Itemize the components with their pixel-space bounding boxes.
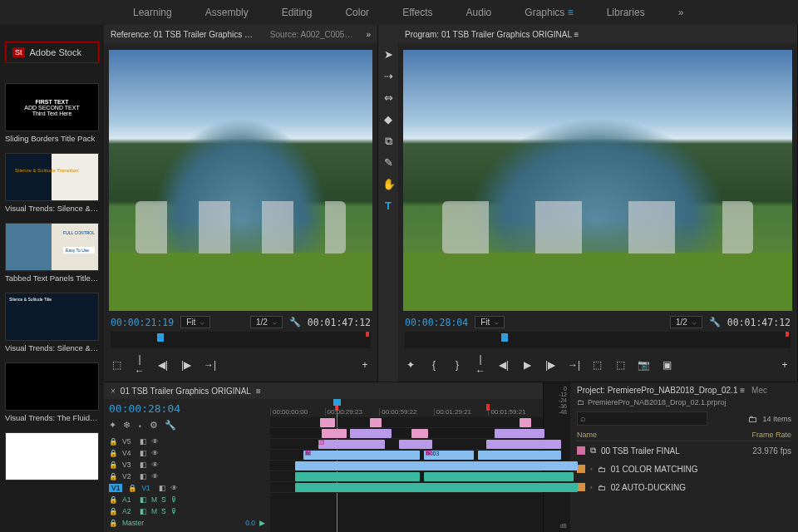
prog-timecode-out: 00:01:47:12 bbox=[727, 317, 791, 328]
prog-fit-dropdown[interactable]: Fit⌵ bbox=[475, 316, 505, 328]
settings-icon[interactable]: ⚙ bbox=[150, 420, 158, 431]
folder-icon: 🗀 bbox=[598, 465, 606, 474]
tab-editing[interactable]: Editing bbox=[282, 7, 313, 18]
mark-out-icon[interactable]: →| bbox=[204, 359, 215, 371]
pen-tool-icon[interactable]: ✎ bbox=[382, 156, 394, 168]
mark-out-button[interactable]: } bbox=[451, 359, 463, 371]
step-fwd-icon[interactable]: |▶ bbox=[180, 359, 192, 371]
slip-tool-icon[interactable]: ⧉ bbox=[382, 135, 394, 146]
prog-res-dropdown[interactable]: 1/2⌵ bbox=[670, 316, 702, 328]
ref-res-dropdown[interactable]: 1/2⌵ bbox=[250, 316, 283, 328]
overflow-icon[interactable]: » bbox=[366, 30, 371, 39]
project-item[interactable]: ⧉00 TSB Trailer FINAL23.976 fps bbox=[577, 441, 791, 460]
ref-fit-dropdown[interactable]: Fit⌵ bbox=[180, 316, 210, 328]
mogrt-item[interactable]: FIRST TEXTADD SECOND TEXTThird Text Here… bbox=[5, 83, 99, 150]
selection-tool-icon[interactable]: ➤ bbox=[382, 48, 394, 60]
play-icon[interactable]: ▶ bbox=[521, 359, 533, 371]
step-back-icon[interactable]: ◀| bbox=[157, 359, 169, 371]
project-item[interactable]: ›🗀02 AUTO-DUCKING bbox=[577, 478, 791, 496]
timeline-timecode[interactable]: 00:00:28:04 bbox=[109, 402, 265, 415]
ripple-tool-icon[interactable]: ⇔ bbox=[382, 91, 394, 103]
item-count: 14 Items bbox=[762, 415, 791, 423]
reference-video[interactable] bbox=[109, 50, 372, 311]
insert-icon[interactable]: ⬚ bbox=[111, 359, 122, 371]
tab-graphics[interactable]: Graphics ≡ bbox=[525, 7, 573, 18]
tab-learning[interactable]: Learning bbox=[133, 7, 172, 18]
program-monitor: Program: 01 TSB Trailer Graphics ORIGINA… bbox=[398, 25, 798, 382]
project-item[interactable]: ›🗀01 COLOR MATCHING bbox=[577, 460, 791, 478]
mogrt-item[interactable]: Silence & Solitude TitleVisual Trends: S… bbox=[5, 293, 99, 359]
add-marker-icon[interactable]: ✦ bbox=[405, 359, 416, 371]
marker-icon[interactable]: ⬩ bbox=[137, 420, 143, 431]
plus-icon[interactable]: + bbox=[779, 359, 791, 371]
folder-icon: 🗀 bbox=[598, 483, 606, 492]
sequence-icon: ⧉ bbox=[590, 446, 596, 456]
reference-tab[interactable]: Reference: 01 TSB Trailer Graphics ORIGI… bbox=[111, 30, 257, 39]
mark-in-icon[interactable]: |← bbox=[134, 353, 145, 377]
filter-icon[interactable]: 🗀 bbox=[748, 414, 757, 424]
ref-timecode-in[interactable]: 00:00:21:19 bbox=[111, 317, 174, 328]
program-video[interactable] bbox=[403, 50, 792, 311]
timeline-panel: ×01 TSB Trailer Graphics ORIGINAL ≡ 00:0… bbox=[104, 382, 544, 532]
extract-icon[interactable]: ⬚ bbox=[614, 359, 626, 371]
program-tab[interactable]: Program: 01 TSB Trailer Graphics ORIGINA… bbox=[405, 30, 579, 39]
wrench-icon[interactable]: 🔧 bbox=[709, 317, 721, 328]
source-tab[interactable]: Source: A002_C005_02131 bbox=[270, 30, 353, 39]
type-tool-icon[interactable]: T bbox=[382, 200, 394, 211]
hand-tool-icon[interactable]: ✋ bbox=[382, 178, 394, 190]
razor-tool-icon[interactable]: ◆ bbox=[382, 113, 394, 125]
track-select-tool-icon[interactable]: ⇢ bbox=[382, 70, 394, 81]
project-tab[interactable]: Project: PremierePro_NAB2018_Drop_02.1 ≡ bbox=[577, 386, 745, 395]
mogrt-item[interactable]: Silence & Solitude TransitionVisual Tren… bbox=[5, 153, 99, 219]
link-icon[interactable]: ❄ bbox=[123, 420, 131, 431]
mogrt-item[interactable] bbox=[5, 432, 99, 490]
go-in-icon[interactable]: |← bbox=[475, 353, 486, 377]
step-fwd-icon[interactable]: |▶ bbox=[544, 359, 556, 371]
prog-timecode-in[interactable]: 00:00:28:04 bbox=[405, 317, 468, 328]
wrench-icon[interactable]: 🔧 bbox=[165, 420, 176, 431]
mark-in-button[interactable]: { bbox=[428, 359, 440, 371]
tab-assembly[interactable]: Assembly bbox=[205, 7, 249, 18]
tab-audio[interactable]: Audio bbox=[466, 7, 492, 18]
timeline-tracks[interactable]: 00:00:00:0000:00:29:2300:00:59:2200:01:2… bbox=[270, 399, 543, 532]
adobe-stock-button[interactable]: St Adobe Stock bbox=[5, 42, 99, 63]
essential-graphics-panel: St Adobe Stock FIRST TEXTADD SECOND TEXT… bbox=[0, 25, 104, 532]
tab-color[interactable]: Color bbox=[345, 7, 369, 18]
lift-icon[interactable]: ⬚ bbox=[591, 359, 603, 371]
prog-scrubber[interactable] bbox=[405, 332, 791, 348]
tab-effects[interactable]: Effects bbox=[402, 7, 432, 18]
compare-icon[interactable]: ▣ bbox=[661, 359, 672, 371]
project-search-input[interactable] bbox=[577, 411, 707, 426]
search-icon: ⌕ bbox=[580, 413, 586, 423]
overflow-icon[interactable]: » bbox=[678, 7, 684, 18]
snap-icon[interactable]: ✦ bbox=[109, 420, 116, 431]
close-icon[interactable]: × bbox=[111, 387, 116, 396]
bin-icon: 🗀 bbox=[577, 398, 584, 406]
ref-timecode-out: 00:01:47:12 bbox=[308, 317, 371, 328]
adobe-stock-label: Adobe Stock bbox=[30, 47, 81, 57]
tab-libraries[interactable]: Libraries bbox=[607, 7, 645, 18]
tools-panel: ➤ ⇢ ⇔ ◆ ⧉ ✎ ✋ T bbox=[378, 25, 398, 382]
project-panel: 0-12-24-36-48 dB Project: PremierePro_NA… bbox=[544, 382, 798, 532]
reference-monitor: Reference: 01 TSB Trailer Graphics ORIGI… bbox=[104, 25, 378, 382]
ref-scrubber[interactable] bbox=[111, 332, 371, 348]
wrench-icon[interactable]: 🔧 bbox=[289, 317, 301, 328]
sequence-name[interactable]: 01 TSB Trailer Graphics ORIGINAL bbox=[121, 387, 251, 396]
mogrt-item[interactable]: FULL CONTROLEasy To UseTabbed Text Panel… bbox=[5, 223, 99, 289]
go-out-icon[interactable]: →| bbox=[568, 359, 579, 371]
plus-icon[interactable]: + bbox=[359, 359, 371, 371]
workspace-tabs: Learning Assembly Editing Color Effects … bbox=[0, 0, 798, 25]
step-back-icon[interactable]: ◀| bbox=[498, 359, 510, 371]
export-frame-icon[interactable]: 📷 bbox=[638, 359, 649, 371]
mogrt-item[interactable]: Visual Trends: The Fluid … bbox=[5, 362, 99, 429]
stock-icon: St bbox=[12, 47, 25, 57]
